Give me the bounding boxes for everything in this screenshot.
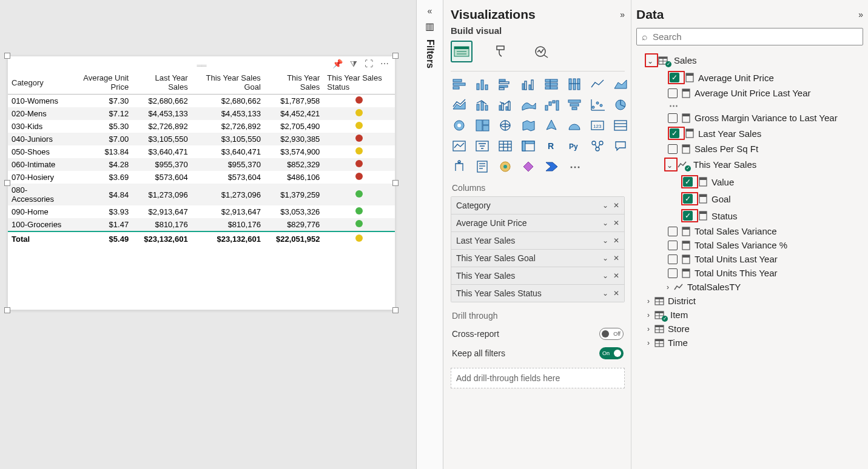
field-well-item[interactable]: This Year Sales Goal⌄✕ [451,249,624,267]
caret-right-icon[interactable]: › [645,311,652,319]
drag-grip-icon[interactable]: ══ [197,61,206,70]
viz-line[interactable] [589,76,607,92]
viz-slicer[interactable] [474,138,492,154]
tree-table[interactable]: ›Store [636,322,863,336]
viz-azure-map[interactable] [543,118,561,133]
focus-mode-icon[interactable]: ⛶ [365,59,373,68]
tree-field[interactable]: ✓Goal [636,190,863,207]
viz-funnel[interactable] [566,97,584,113]
viz-qa[interactable] [612,138,630,154]
chevron-down-icon[interactable]: ⌄ [602,289,608,298]
viz-treemap[interactable] [474,118,492,133]
remove-field-icon[interactable]: ✕ [613,271,619,280]
remove-field-icon[interactable]: ✕ [613,201,619,210]
resize-handle-tr[interactable] [392,53,399,59]
tree-field-totalsalesty[interactable]: ›TotalSalesTY [636,280,863,294]
tree-folder-this-year-sales[interactable]: ⌄✓This Year Sales [636,156,863,173]
resize-handle-tl[interactable] [4,53,10,59]
tree-table[interactable]: ›✓Item [636,308,863,322]
table-row[interactable]: 010-Womens$7.30$2,680,662$2,680,662$1,78… [8,95,395,108]
viz-100-stacked-column[interactable] [566,76,584,92]
viz-arcgis[interactable] [497,159,515,175]
field-well-item[interactable]: This Year Sales⌄✕ [451,267,624,284]
field-well-item[interactable]: Last Year Sales⌄✕ [451,231,624,249]
filters-pane-collapsed[interactable]: « ▥ Filters [417,0,443,469]
viz-table[interactable] [497,138,515,154]
table-row[interactable]: 100-Groceries$1.47$810,176$810,176$829,7… [8,218,395,231]
field-checkbox[interactable]: ✓ [683,194,693,204]
collapse-viz-icon[interactable]: » [620,10,625,19]
field-checkbox[interactable] [668,268,678,278]
keep-filters-toggle[interactable]: On [599,347,624,359]
tree-field[interactable]: Total Sales Variance [636,224,863,238]
column-header[interactable]: This Year Sales Goal [192,71,264,95]
column-header[interactable]: This Year Sales [264,71,323,95]
viz-py[interactable]: Py [566,138,584,154]
build-visual-tab[interactable] [451,41,473,62]
field-well-item[interactable]: Category⌄✕ [451,197,624,214]
filter-icon[interactable]: ⧩ [350,59,357,69]
caret-right-icon[interactable]: › [645,297,652,305]
viz-multirow-card[interactable] [612,118,630,133]
viz-stacked-area[interactable] [451,97,469,113]
caret-right-icon[interactable]: › [645,339,652,347]
tree-field[interactable]: ✓Status [636,207,863,224]
viz-map[interactable] [497,118,515,133]
viz-stacked-column[interactable] [474,76,492,92]
viz-powerapps[interactable] [520,159,538,175]
viz-matrix[interactable] [520,138,538,154]
remove-field-icon[interactable]: ✕ [613,289,619,298]
field-checkbox[interactable]: ✓ [683,211,693,221]
report-canvas[interactable]: ══ 📌 ⧩ ⛶ ⋯ CategoryAverage Unit PriceLas… [0,0,416,469]
viz-area[interactable] [612,76,630,92]
expand-filters-icon[interactable]: « [428,6,432,16]
caret-down-icon[interactable]: ⌄ [647,57,654,65]
tree-table[interactable]: ›District [636,294,863,308]
tree-field[interactable]: ✓Average Unit Price [636,69,863,86]
chevron-down-icon[interactable]: ⌄ [602,254,608,262]
viz-stacked-bar[interactable] [451,76,469,92]
viz-line-stacked-col[interactable] [474,97,492,113]
viz-pie[interactable] [612,97,630,113]
tree-field[interactable]: ✓Last Year Sales [636,125,863,142]
format-visual-tab[interactable] [491,41,513,62]
pin-icon[interactable]: 📌 [332,59,343,68]
columns-field-well[interactable]: Category⌄✕Average Unit Price⌄✕Last Year … [451,196,625,302]
resize-handle-br[interactable] [392,307,399,313]
viz-waterfall[interactable] [543,97,561,113]
field-checkbox[interactable] [668,144,678,154]
column-header[interactable]: Category [8,71,69,95]
tree-field[interactable]: Sales Per Sq Ft [636,142,863,156]
collapse-data-icon[interactable]: » [858,10,863,19]
field-well-item[interactable]: This Year Sales Status⌄✕ [451,284,624,302]
table-row[interactable]: 090-Home$3.93$2,913,647$2,913,647$3,053,… [8,205,395,218]
viz-card[interactable]: 123 [589,118,607,133]
viz-filled-map[interactable] [520,118,538,133]
chevron-down-icon[interactable]: ⌄ [602,271,608,280]
field-checkbox[interactable] [668,88,678,98]
table-visual[interactable]: ══ 📌 ⧩ ⛶ ⋯ CategoryAverage Unit PriceLas… [7,56,395,310]
column-header[interactable]: This Year Sales Status [323,71,395,95]
viz-paginated[interactable] [474,159,492,175]
viz-ribbon[interactable] [520,97,538,113]
field-checkbox[interactable]: ✓ [683,177,693,187]
column-header[interactable]: Last Year Sales [132,71,192,95]
field-well-item[interactable]: Average Unit Price⌄✕ [451,214,624,231]
remove-field-icon[interactable]: ✕ [613,219,619,227]
tree-field[interactable]: Total Sales Variance % [636,238,863,252]
tree-field[interactable]: Average Unit Price Last Year [636,86,863,100]
table-row[interactable]: 030-Kids$5.30$2,726,892$2,726,892$2,705,… [8,120,395,133]
field-checkbox[interactable] [668,227,678,236]
resize-handle-mr[interactable] [392,180,399,186]
viz-clustered-bar[interactable] [497,76,515,92]
more-options-icon[interactable]: ⋯ [380,59,389,68]
remove-field-icon[interactable]: ✕ [613,236,619,245]
cross-report-toggle[interactable]: Off [599,328,624,340]
viz-donut[interactable] [451,118,469,133]
field-checkbox[interactable] [668,241,678,250]
table-row[interactable]: 020-Mens$7.12$4,453,133$4,453,133$4,452,… [8,107,395,120]
viz-100-stacked-bar[interactable] [543,76,561,92]
resize-handle-ml[interactable] [4,180,10,186]
caret-right-icon[interactable]: › [664,283,671,291]
table-row[interactable]: 080-Accessories$4.84$1,273,096$1,273,096… [8,184,395,205]
